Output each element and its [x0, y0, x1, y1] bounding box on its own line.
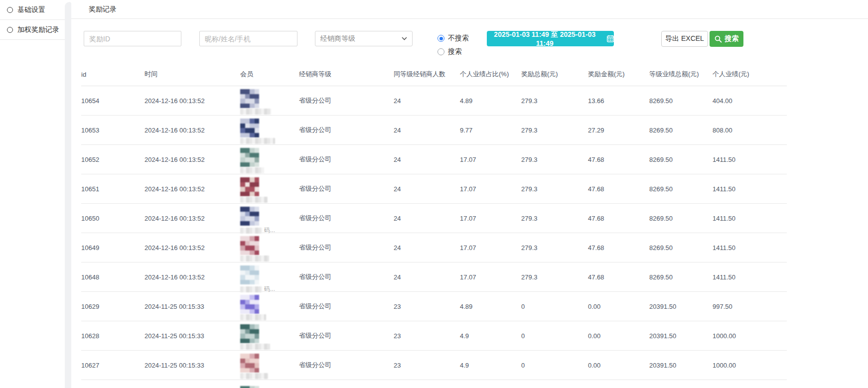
cell-peer_count: 24 — [394, 262, 460, 292]
cell-reward_amount: 47.68 — [588, 204, 649, 233]
column-header-0: id — [81, 62, 145, 86]
cell-id: 10649 — [81, 233, 145, 262]
cell-reward_amount: 27.29 — [588, 116, 649, 145]
date-range-text: 2025-01-03 11:49 至 2025-01-03 11:49 — [487, 30, 603, 47]
calendar-icon — [607, 35, 614, 42]
cell-reward_amount: 0.00 — [588, 351, 649, 380]
cell-time: 2024-12-16 00:13:52 — [145, 145, 240, 174]
member-name-redacted — [240, 109, 271, 115]
radio-selected-icon — [437, 35, 444, 42]
cell-dealer_level: 省级分公司 — [299, 145, 394, 174]
date-range-button[interactable]: 2025-01-03 11:49 至 2025-01-03 11:49 — [487, 31, 614, 46]
cell-personal_ratio — [460, 380, 521, 388]
column-header-7: 奖励金额(元) — [588, 62, 649, 86]
cell-member — [240, 116, 299, 145]
cell-level_total: 8269.50 — [649, 233, 713, 262]
circle-icon — [7, 27, 13, 33]
cell-member — [240, 145, 299, 174]
radio-unselected-icon — [437, 48, 444, 55]
cell-level_total: 8269.50 — [649, 116, 713, 145]
cell-id: 10628 — [81, 321, 145, 351]
cell-time: 2024-11-25 00:15:33 — [145, 321, 240, 351]
cell-dealer_level — [299, 380, 394, 388]
chevron-down-icon — [402, 37, 407, 40]
search-button-label: 搜索 — [725, 34, 739, 43]
export-excel-button[interactable]: 导出 EXCEL — [661, 31, 708, 47]
cell-peer_count: 24 — [394, 174, 460, 204]
cell-personal: 1411.50 — [713, 204, 787, 233]
member-cell — [240, 324, 299, 350]
column-header-1: 时间 — [145, 62, 240, 86]
table-row: 106502024-12-16 00:13:52码...省级分公司2417.07… — [81, 204, 787, 233]
table-row: 106272024-11-25 00:15:33省级分公司234.900.002… — [81, 351, 787, 380]
search-button[interactable]: 搜索 — [710, 31, 743, 47]
member-avatar — [240, 177, 259, 196]
cell-time: 2024-12-16 00:13:52 — [145, 204, 240, 233]
sidebar-item-weighted-reward-records[interactable]: 加权奖励记录 — [0, 20, 65, 40]
cell-member: 码... — [240, 262, 299, 292]
member-cell: 码... — [240, 207, 299, 233]
cell-reward_total: 279.3 — [521, 145, 588, 174]
cell-personal_ratio: 17.07 — [460, 233, 521, 262]
member-avatar — [240, 119, 259, 137]
member-avatar — [240, 89, 259, 108]
cell-id: 10629 — [81, 292, 145, 321]
radio-search[interactable]: 搜索 — [437, 47, 469, 56]
cell-level_total — [649, 380, 713, 388]
cell-time: 2024-11-25 00:15:33 — [145, 292, 240, 321]
page-header: 奖励记录 — [71, 0, 868, 19]
cell-dealer_level: 省级分公司 — [299, 204, 394, 233]
search-mode-radio-group: 不搜索 搜索 — [437, 34, 469, 56]
member-cell — [240, 119, 299, 144]
member-avatar — [240, 207, 259, 226]
table-row: 106482024-12-16 00:13:52码...省级分公司2417.07… — [81, 262, 787, 292]
cell-reward_total — [521, 380, 588, 388]
cell-reward_total: 279.3 — [521, 233, 588, 262]
cell-time: 2024-12-16 00:13:52 — [145, 233, 240, 262]
cell-level_total: 8269.50 — [649, 204, 713, 233]
member-avatar — [240, 295, 259, 314]
cell-member — [240, 86, 299, 116]
cell-member — [240, 233, 299, 262]
sidebar-gutter — [65, 2, 71, 388]
cell-id: 10654 — [81, 86, 145, 116]
column-header-4: 同等级经销商人数 — [394, 62, 460, 86]
app-root: 基础设置 加权奖励记录 奖励记录 经销商等级 不搜索 — [0, 0, 868, 388]
member-avatar — [240, 148, 259, 167]
filter-bar: 经销商等级 不搜索 搜索 2025-01-03 11:49 至 2025-01-… — [71, 31, 868, 47]
cell-time: 2024-12-16 00:13:52 — [145, 262, 240, 292]
table-row: 106522024-12-16 00:13:52省级分公司2417.07279.… — [81, 145, 787, 174]
cell-level_total: 8269.50 — [649, 145, 713, 174]
cell-id: 10652 — [81, 145, 145, 174]
main-panel: 奖励记录 经销商等级 不搜索 搜索 — [71, 0, 868, 388]
cell-dealer_level: 省级分公司 — [299, 116, 394, 145]
cell-reward_amount: 13.66 — [588, 86, 649, 116]
cell-dealer_level: 省级分公司 — [299, 292, 394, 321]
reward-id-input[interactable] — [84, 31, 181, 46]
cell-reward_total: 0 — [521, 321, 588, 351]
cell-member — [240, 174, 299, 204]
member-avatar — [240, 265, 259, 284]
cell-dealer_level: 省级分公司 — [299, 174, 394, 204]
member-name-redacted — [240, 167, 264, 173]
sidebar-item-basic-settings[interactable]: 基础设置 — [0, 0, 65, 20]
sidebar-item-label: 基础设置 — [17, 5, 45, 14]
table-row: 106292024-11-25 00:15:33省级分公司234.8900.00… — [81, 292, 787, 321]
column-header-2: 会员 — [240, 62, 299, 86]
cell-personal: 1000.00 — [713, 321, 787, 351]
member-name-suffix: 码... — [264, 226, 275, 235]
member-name-redacted — [240, 373, 268, 379]
sidebar-item-label: 加权奖励记录 — [17, 25, 59, 34]
member-name-redacted — [240, 138, 275, 144]
table-row: 106532024-12-16 00:13:52省级分公司249.77279.3… — [81, 116, 787, 145]
table-row: 106542024-12-16 00:13:52省级分公司244.89279.3… — [81, 86, 787, 116]
radio-no-search[interactable]: 不搜索 — [437, 34, 469, 43]
cell-id: 10648 — [81, 262, 145, 292]
cell-personal: 997.50 — [713, 292, 787, 321]
cell-personal_ratio: 4.89 — [460, 292, 521, 321]
member-cell — [240, 148, 299, 174]
cell-id: 10650 — [81, 204, 145, 233]
dealer-level-select[interactable]: 经销商等级 — [315, 31, 413, 46]
cell-member — [240, 351, 299, 380]
member-search-input[interactable] — [199, 31, 297, 46]
